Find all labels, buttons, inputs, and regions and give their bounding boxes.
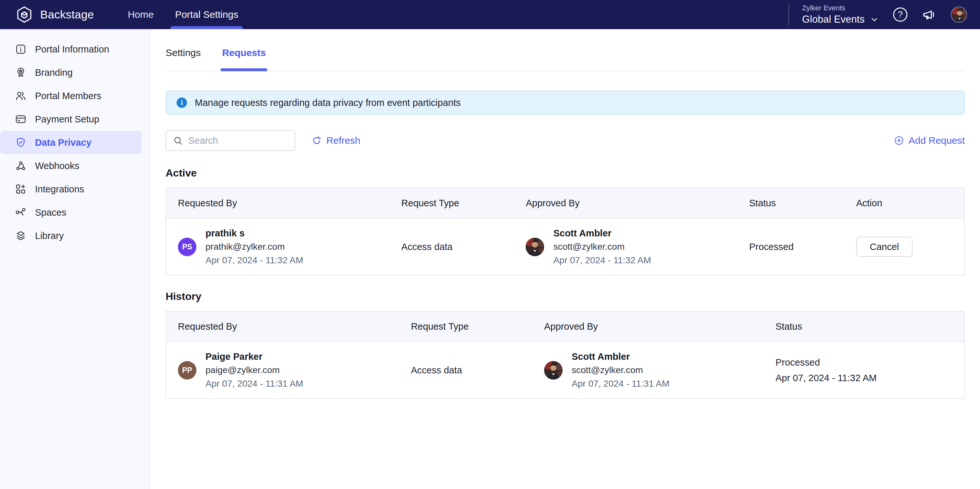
column-header: Action (845, 188, 964, 218)
shield-check-icon (15, 137, 27, 148)
refresh-button[interactable]: Refresh (312, 135, 360, 146)
sidebar-item-label: Integrations (35, 184, 84, 195)
sidebar-item-label: Library (35, 230, 64, 241)
approver-name: Scott Ambler (553, 226, 651, 240)
portal-org-label: Zylker Events (802, 4, 879, 12)
sidebar-item-label: Webhooks (35, 160, 80, 171)
announcements-button[interactable] (922, 7, 937, 22)
approver-email: scott@zylker.com (572, 364, 669, 377)
help-icon: ? (893, 8, 907, 22)
approver-name: Scott Ambler (572, 350, 669, 364)
nav-home[interactable]: Home (128, 0, 154, 29)
sidebar-item-integrations[interactable]: Integrations (0, 178, 142, 201)
main-content: Settings Requests i Manage requests rega… (150, 29, 980, 489)
layers-icon (15, 230, 27, 241)
sidebar-item-spaces[interactable]: Spaces (0, 201, 142, 224)
avatar: PP (178, 361, 196, 379)
badge-icon (15, 67, 27, 78)
history-section-title: History (165, 291, 965, 302)
table-row: PP Paige Parker paige@zylker.com Apr 07,… (166, 341, 964, 399)
sidebar-item-label: Data Privacy (35, 137, 91, 148)
info-banner-text: Manage requests regarding data privacy f… (195, 97, 461, 108)
table-row: PS prathik s prathik@zylker.com Apr 07, … (166, 218, 964, 275)
sidebar-item-portal-information[interactable]: Portal Information (0, 38, 142, 61)
info-icon: i (177, 97, 187, 108)
request-type: Access data (411, 365, 462, 376)
cancel-request-button[interactable]: Cancel (856, 237, 913, 257)
request-date: Apr 07, 2024 - 11:32 AM (205, 254, 303, 267)
credit-card-icon (15, 113, 27, 125)
sidebar-item-label: Spaces (35, 207, 67, 218)
sidebar-item-label: Portal Members (35, 90, 102, 102)
sidebar-item-data-privacy[interactable]: Data Privacy (0, 131, 142, 154)
search-icon (173, 135, 183, 146)
nav-portal-settings[interactable]: Portal Settings (175, 0, 238, 29)
integrations-icon (15, 183, 27, 195)
approver-avatar (544, 361, 563, 379)
approved-by-cell: Scott Ambler scott@zylker.com Apr 07, 20… (544, 350, 669, 391)
top-nav: Home Portal Settings (128, 0, 238, 29)
column-header: Status (738, 188, 845, 218)
brand: Backstage (15, 5, 94, 24)
active-nav-underline (170, 26, 243, 29)
add-request-button[interactable]: Add Request (894, 135, 965, 146)
column-header: Request Type (390, 188, 514, 218)
plus-circle-icon (894, 135, 904, 146)
approval-date: Apr 07, 2024 - 11:32 AM (553, 254, 651, 267)
info-banner: i Manage requests regarding data privacy… (165, 90, 965, 114)
requested-by-cell: PS prathik s prathik@zylker.com Apr 07, … (178, 226, 303, 267)
portal-switcher[interactable]: Zylker Events Global Events (789, 4, 879, 25)
brand-name: Backstage (40, 8, 94, 21)
sidebar-item-label: Portal Information (35, 44, 109, 55)
search-input[interactable] (188, 135, 288, 146)
approved-by-cell: Scott Ambler scott@zylker.com Apr 07, 20… (526, 226, 651, 267)
column-header: Requested By (166, 311, 399, 341)
share-network-icon (15, 206, 27, 218)
sidebar-item-webhooks[interactable]: Webhooks (0, 154, 142, 178)
people-icon (15, 90, 27, 102)
active-tab-underline (221, 68, 267, 71)
search-box (165, 130, 295, 151)
column-header: Approved By (514, 188, 737, 218)
help-button[interactable]: ? (893, 8, 907, 22)
column-header: Requested By (166, 188, 390, 218)
sidebar-item-label: Branding (35, 67, 73, 78)
controls-row: Refresh Add Request (165, 130, 965, 151)
approver-avatar (526, 238, 544, 256)
portal-name: Global Events (802, 14, 865, 25)
sidebar-item-label: Payment Setup (35, 114, 99, 125)
megaphone-icon (922, 7, 937, 22)
sidebar-item-library[interactable]: Library (0, 224, 142, 248)
active-requests-table: Requested By Request Type Approved By St… (165, 187, 965, 276)
table-header-row: Requested By Request Type Approved By St… (166, 188, 964, 218)
column-header: Request Type (399, 311, 533, 341)
request-date: Apr 07, 2024 - 11:31 AM (205, 377, 303, 391)
sidebar-item-portal-members[interactable]: Portal Members (0, 84, 142, 108)
status-text: Processed (749, 241, 794, 252)
approver-email: scott@zylker.com (553, 240, 651, 254)
requester-name: prathik s (205, 226, 303, 240)
sidebar-item-payment-setup[interactable]: Payment Setup (0, 108, 142, 131)
top-bar: Backstage Home Portal Settings Zylker Ev… (0, 0, 980, 29)
tab-settings[interactable]: Settings (165, 47, 200, 71)
requester-email: prathik@zylker.com (205, 240, 303, 254)
column-header: Status (764, 311, 964, 341)
topbar-right: Zylker Events Global Events ? (789, 4, 967, 25)
column-header: Approved By (533, 311, 764, 341)
tab-bar: Settings Requests (165, 29, 965, 71)
request-type: Access data (401, 241, 452, 252)
info-icon (15, 43, 27, 55)
refresh-icon (312, 135, 322, 146)
avatar: PS (178, 238, 196, 256)
tab-requests[interactable]: Requests (222, 47, 266, 71)
settings-sidebar: Portal Information Branding Portal Membe… (0, 29, 150, 489)
webhook-icon (15, 160, 27, 171)
backstage-logo-icon (15, 5, 34, 24)
requested-by-cell: PP Paige Parker paige@zylker.com Apr 07,… (178, 350, 303, 391)
status-cell: Processed Apr 07, 2024 - 11:32 AM (775, 356, 877, 385)
user-avatar[interactable] (951, 6, 967, 23)
chevron-down-icon (870, 15, 879, 24)
history-requests-table: Requested By Request Type Approved By St… (165, 311, 965, 399)
table-header-row: Requested By Request Type Approved By St… (166, 311, 964, 341)
sidebar-item-branding[interactable]: Branding (0, 61, 142, 84)
